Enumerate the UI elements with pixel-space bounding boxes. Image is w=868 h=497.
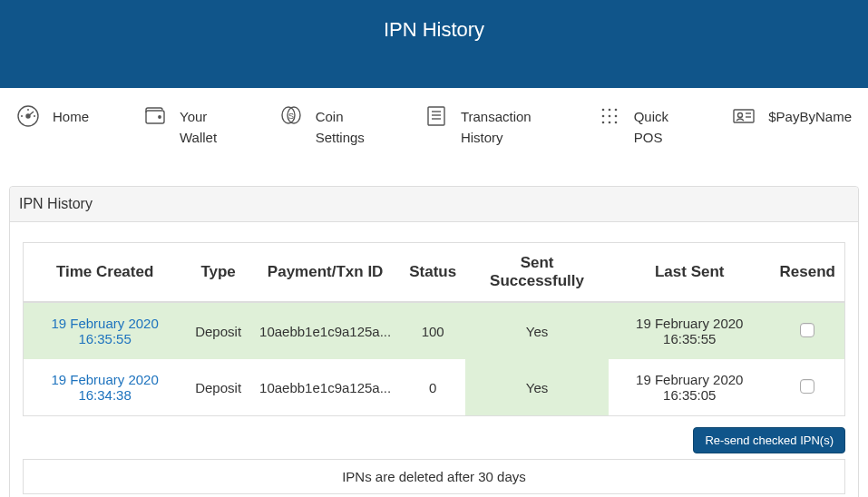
cell-sent: Yes xyxy=(465,359,609,416)
table-actions: Re-send checked IPN(s) xyxy=(23,427,845,453)
cell-last: 19 February 2020 16:35:05 xyxy=(609,359,771,416)
table-row: 19 February 2020 16:34:38 Deposit 10aebb… xyxy=(24,359,845,416)
nav-paybyname[interactable]: $PayByName xyxy=(732,104,852,128)
cell-resend xyxy=(771,302,845,359)
cell-time[interactable]: 19 February 2020 16:35:55 xyxy=(24,302,187,359)
main-nav: Home Your Wallet S Coin Settings Transac… xyxy=(0,88,868,164)
col-sent: Sent Successfully xyxy=(465,243,609,303)
nav-coin-label: Coin Settings xyxy=(316,107,370,148)
wallet-icon xyxy=(143,104,167,128)
cell-status: 0 xyxy=(400,359,465,416)
resend-checkbox[interactable] xyxy=(800,379,814,394)
cell-type: Deposit xyxy=(186,359,250,416)
cell-resend xyxy=(771,359,845,416)
cell-status: 100 xyxy=(400,302,465,359)
svg-point-20 xyxy=(614,115,617,118)
svg-point-22 xyxy=(608,122,610,124)
table-row: 19 February 2020 16:35:55 Deposit 10aebb… xyxy=(24,302,845,359)
cell-time[interactable]: 19 February 2020 16:34:38 xyxy=(24,359,187,416)
resend-checked-button[interactable]: Re-send checked IPN(s) xyxy=(693,427,845,453)
nav-home-label: Home xyxy=(53,107,89,128)
svg-point-25 xyxy=(738,113,743,118)
svg-text:S: S xyxy=(288,112,294,121)
cell-sent: Yes xyxy=(465,302,609,359)
page-header: IPN History xyxy=(0,0,868,88)
nav-wallet[interactable]: Your Wallet xyxy=(143,104,225,148)
nav-quick-pos[interactable]: Quick POS xyxy=(598,104,678,148)
list-icon xyxy=(424,104,448,128)
cell-last: 19 February 2020 16:35:55 xyxy=(609,302,771,359)
resend-checkbox[interactable] xyxy=(800,323,814,337)
col-last: Last Sent xyxy=(609,243,771,303)
nav-home[interactable]: Home xyxy=(16,104,89,128)
nav-transaction-history[interactable]: Transaction History xyxy=(424,104,543,148)
svg-point-19 xyxy=(608,115,610,118)
nav-quickpos-label: Quick POS xyxy=(634,107,678,148)
panel-title: IPN History xyxy=(10,187,858,222)
table-header-row: Time Created Type Payment/Txn ID Status … xyxy=(24,243,845,303)
coins-icon: S xyxy=(279,104,303,128)
time-link[interactable]: 19 February 2020 16:35:55 xyxy=(51,316,158,346)
time-link[interactable]: 19 February 2020 16:34:38 xyxy=(51,372,158,403)
svg-point-16 xyxy=(608,109,610,112)
nav-paybyname-label: $PayByName xyxy=(768,107,852,128)
grid-icon xyxy=(598,104,621,128)
svg-point-15 xyxy=(601,109,604,112)
nav-txhist-label: Transaction History xyxy=(461,107,543,148)
ipn-history-panel: IPN History Time Created Type Payment/Tx… xyxy=(9,186,859,497)
svg-point-21 xyxy=(601,122,604,124)
col-time: Time Created xyxy=(24,243,187,303)
nav-coin-settings[interactable]: S Coin Settings xyxy=(279,104,370,148)
col-status: Status xyxy=(400,243,465,303)
col-resend: Resend xyxy=(771,243,845,303)
svg-point-18 xyxy=(601,115,604,118)
svg-rect-11 xyxy=(428,107,444,125)
cell-txid: 10aebb1e1c9a125a... xyxy=(250,359,400,416)
col-type: Type xyxy=(186,243,250,303)
page-title: IPN History xyxy=(384,18,484,42)
id-card-icon xyxy=(732,104,756,128)
gauge-icon xyxy=(16,104,40,128)
footer-note: IPNs are deleted after 30 days xyxy=(23,459,845,494)
svg-point-17 xyxy=(614,109,617,112)
col-txid: Payment/Txn ID xyxy=(250,243,400,303)
svg-point-23 xyxy=(614,122,617,124)
cell-txid: 10aebb1e1c9a125a... xyxy=(250,302,400,359)
cell-type: Deposit xyxy=(186,302,250,359)
svg-rect-6 xyxy=(146,111,164,123)
svg-point-7 xyxy=(159,116,161,118)
nav-wallet-label: Your Wallet xyxy=(180,107,225,148)
ipn-table: Time Created Type Payment/Txn ID Status … xyxy=(23,242,845,416)
